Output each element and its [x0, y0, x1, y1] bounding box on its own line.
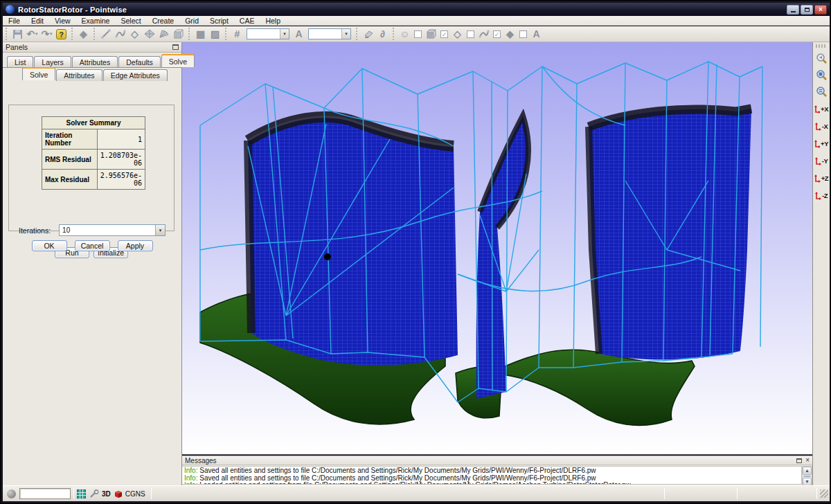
- database-visibility-checkbox[interactable]: [519, 30, 527, 38]
- spacing-button[interactable]: A: [292, 27, 306, 41]
- menu-view[interactable]: View: [49, 16, 76, 26]
- dimension-combo[interactable]: ▾: [247, 28, 289, 39]
- iterations-combo[interactable]: 10 ▾: [59, 224, 166, 236]
- cancel-button[interactable]: Cancel: [75, 240, 110, 251]
- panels-titlebar[interactable]: Panels: [3, 42, 181, 53]
- toolbar-grip[interactable]: [224, 28, 228, 40]
- structured-grid-button[interactable]: ▦: [193, 27, 208, 41]
- restore-button[interactable]: [801, 5, 813, 15]
- toolbar-grip[interactable]: [188, 28, 191, 40]
- view-minus-y-button[interactable]: -Y: [814, 152, 829, 170]
- tab-list[interactable]: List: [7, 56, 33, 68]
- minimize-button[interactable]: [787, 5, 799, 15]
- subtab-edge-attributes[interactable]: Edge Attributes: [103, 69, 168, 81]
- apply-button[interactable]: Apply: [118, 240, 153, 251]
- status-input[interactable]: [19, 488, 71, 499]
- database-display-button[interactable]: ◆: [503, 27, 517, 41]
- messages-float-icon[interactable]: [796, 458, 802, 463]
- subtab-solve[interactable]: Solve: [22, 67, 55, 80]
- iterations-dropdown-icon[interactable]: ▾: [155, 225, 165, 235]
- redo-button[interactable]: ↷▾: [39, 27, 54, 41]
- solver-summary-title: Solver Summary: [42, 117, 145, 129]
- dimension-combo-dropdown-icon[interactable]: ▾: [280, 29, 289, 39]
- messages-title: Messages: [185, 457, 217, 465]
- domain-visibility-checkbox[interactable]: [467, 30, 474, 38]
- spacing-combo[interactable]: ▾: [308, 28, 351, 39]
- draw-curve-button[interactable]: [113, 27, 127, 41]
- unstructured-grid-button[interactable]: ▨: [208, 27, 222, 41]
- block-visibility-checkbox[interactable]: ✓: [440, 30, 448, 38]
- unstructured-grid-icon: ▨: [211, 29, 220, 39]
- toolbar-grip[interactable]: [71, 28, 74, 40]
- dimension-button[interactable]: #: [230, 27, 244, 41]
- zoom-undo-button[interactable]: [814, 51, 829, 67]
- separator: [151, 488, 152, 499]
- menu-script[interactable]: Script: [204, 16, 234, 26]
- domain-display-button[interactable]: ◇: [450, 27, 465, 41]
- toolbar-grip[interactable]: [355, 28, 359, 40]
- project-button[interactable]: [361, 27, 375, 41]
- table-row: Iteration Number 1: [42, 129, 145, 150]
- scroll-up-icon[interactable]: ▲: [803, 467, 812, 475]
- tab-attributes[interactable]: Attributes: [72, 56, 118, 68]
- titlebar[interactable]: RotorStatorRotor - Pointwise ×: [3, 3, 830, 16]
- two-point-curve-button[interactable]: [98, 27, 113, 41]
- menu-grid[interactable]: Grid: [179, 16, 204, 26]
- zoom-fit-button[interactable]: [814, 67, 829, 84]
- app-window: RotorStatorRotor - Pointwise × File Edit…: [0, 0, 831, 504]
- extrude-button[interactable]: [157, 27, 171, 41]
- menu-create[interactable]: Create: [147, 16, 180, 26]
- spacing-display-button[interactable]: A: [529, 27, 544, 41]
- unstructured-domain-button[interactable]: [142, 27, 157, 41]
- dialog-buttons-row: OK Cancel Apply: [3, 240, 181, 251]
- ok-button[interactable]: OK: [32, 240, 67, 251]
- menu-examine[interactable]: Examine: [76, 16, 116, 26]
- undo-button[interactable]: ↶▾: [25, 27, 39, 41]
- messages-list[interactable]: Info: Saved all entities and settings to…: [182, 466, 802, 485]
- show-surfaces-button[interactable]: ☺: [397, 27, 412, 41]
- help-button[interactable]: ?: [54, 27, 69, 41]
- connector-display-button[interactable]: [476, 27, 491, 41]
- tab-layers[interactable]: Layers: [34, 56, 71, 68]
- redo-dropdown-icon[interactable]: ▾: [50, 31, 53, 37]
- tab-solve[interactable]: Solve: [161, 54, 195, 67]
- block-button[interactable]: [171, 27, 186, 41]
- save-button[interactable]: [10, 27, 25, 41]
- axis-icon: [814, 105, 820, 114]
- toolbar-grip[interactable]: [5, 28, 8, 40]
- tab-defaults[interactable]: Defaults: [118, 56, 161, 68]
- partial-derivative-button[interactable]: ∂: [375, 27, 390, 41]
- menu-select[interactable]: Select: [115, 16, 146, 26]
- connector-visibility-checkbox[interactable]: ✓: [493, 30, 501, 38]
- menu-cae[interactable]: CAE: [234, 16, 260, 26]
- resize-grip[interactable]: [820, 489, 828, 498]
- separator: [73, 488, 74, 499]
- spacing-combo-dropdown-icon[interactable]: ▾: [341, 29, 350, 39]
- menu-help[interactable]: Help: [260, 16, 286, 26]
- view-plus-y-button[interactable]: +Y: [814, 135, 829, 152]
- view-minus-x-button[interactable]: -X: [814, 118, 829, 135]
- view-plus-x-button[interactable]: +X: [814, 100, 829, 118]
- view-plus-z-button[interactable]: +Z: [814, 170, 829, 187]
- status-indicator-icon: [7, 489, 16, 498]
- undo-dropdown-icon[interactable]: ▾: [35, 31, 38, 37]
- view-minus-z-button[interactable]: -Z: [814, 187, 829, 204]
- menu-file[interactable]: File: [3, 16, 26, 26]
- shaded-block-button[interactable]: [424, 27, 438, 41]
- menu-edit[interactable]: Edit: [26, 16, 49, 26]
- panels-float-icon[interactable]: [172, 44, 179, 50]
- viewport-3d[interactable]: [182, 42, 812, 455]
- toolbar-grip[interactable]: [392, 28, 395, 40]
- messages-titlebar[interactable]: Messages ×: [182, 456, 812, 465]
- domain-button[interactable]: ◇: [127, 27, 142, 41]
- toolbar-grip[interactable]: [93, 28, 96, 40]
- zoom-actual-button[interactable]: [814, 84, 829, 100]
- messages-scrollbar[interactable]: ▲ ▼: [802, 466, 812, 485]
- view-toolbar-grip[interactable]: [816, 44, 827, 48]
- messages-close-icon[interactable]: ×: [805, 458, 810, 463]
- close-button[interactable]: ×: [814, 5, 827, 15]
- scroll-thumb[interactable]: [803, 476, 811, 477]
- subtab-attributes[interactable]: Attributes: [56, 69, 102, 81]
- layers-button[interactable]: ◈: [76, 27, 91, 41]
- surface-visibility-checkbox[interactable]: [414, 30, 422, 38]
